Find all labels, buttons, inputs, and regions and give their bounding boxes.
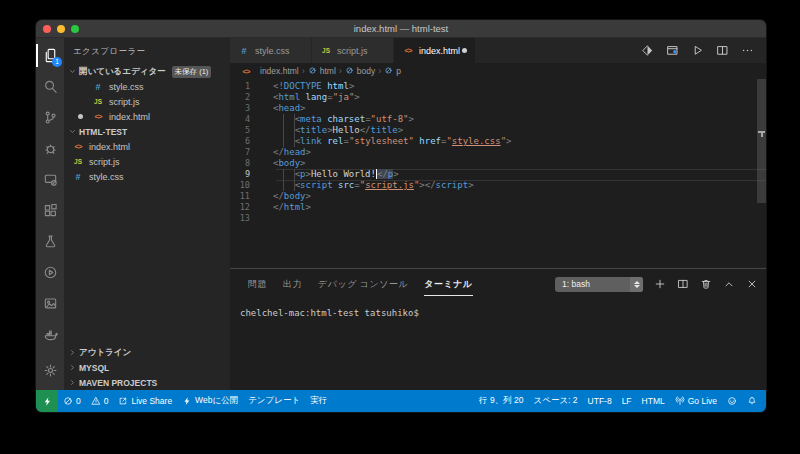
status-eol[interactable]: LF xyxy=(617,390,637,412)
activity-image-preview[interactable] xyxy=(36,288,64,319)
status-encoding[interactable]: UTF-8 xyxy=(583,390,617,412)
open-editor-script.js[interactable]: JSscript.js xyxy=(64,94,230,109)
code-line-9: 9 <p>Hello World!</p> xyxy=(230,169,766,180)
live-share-icon xyxy=(43,265,58,280)
activity-explorer[interactable]: 1 xyxy=(36,40,64,71)
crumb-body[interactable]: body xyxy=(345,66,375,77)
line-number: 7 xyxy=(230,147,250,158)
run-file-button[interactable] xyxy=(691,44,704,57)
section-アウトライン[interactable]: アウトライン xyxy=(64,345,230,360)
activity-run-debug[interactable] xyxy=(36,133,64,164)
file-style.css[interactable]: #style.css xyxy=(64,169,230,184)
js-file-icon: JS xyxy=(320,47,332,54)
tab-style.css[interactable]: #style.css xyxy=(230,38,312,63)
open-in-browser-button[interactable] xyxy=(666,44,679,57)
remote-indicator[interactable] xyxy=(36,390,58,412)
line-number: 1 xyxy=(230,81,250,92)
status-cursor-position[interactable]: 行 9、列 20 xyxy=(474,390,528,412)
editor-column: #style.cssJSscript.js<>index.html <>inde… xyxy=(230,38,766,390)
crumb-html[interactable]: html xyxy=(308,66,336,77)
code-editor[interactable]: 1<!DOCTYPE html>2<html lang="ja">3<head>… xyxy=(230,79,766,268)
file-tree: <>index.htmlJSscript.js#style.css xyxy=(64,139,230,184)
status-problems-errors[interactable]: 0 xyxy=(58,390,86,412)
activity-live-share[interactable] xyxy=(36,257,64,288)
tab-index.html[interactable]: <>index.html xyxy=(394,38,476,63)
status-feedback[interactable] xyxy=(722,390,742,412)
close-panel-button[interactable] xyxy=(746,278,758,290)
open-editor-style.css[interactable]: #style.css xyxy=(64,79,230,94)
folder-header[interactable]: HTML-TEST xyxy=(64,124,230,139)
remote-icon xyxy=(43,172,58,187)
tab-bar: #style.cssJSscript.js<>index.html xyxy=(230,38,766,63)
tab-script.js[interactable]: JSscript.js xyxy=(312,38,394,63)
minimize-window-button[interactable] xyxy=(57,25,65,33)
terminal[interactable]: chelchel-mac:html-test tatsuhiko$ xyxy=(230,299,766,390)
maximize-panel-button[interactable] xyxy=(723,278,735,290)
kill-terminal-button[interactable] xyxy=(700,278,712,290)
section-MYSQL[interactable]: MYSQL xyxy=(64,360,230,375)
code-line-8: 8<body> xyxy=(230,158,766,169)
zoom-window-button[interactable] xyxy=(71,25,79,33)
line-number: 13 xyxy=(230,213,250,224)
status-label: 0 xyxy=(76,396,81,406)
symbol-icon xyxy=(308,66,317,77)
split-terminal-button[interactable] xyxy=(677,278,689,290)
crumb-index.html[interactable]: <>index.html xyxy=(240,66,299,76)
trash-icon xyxy=(700,278,712,290)
status-publish-web[interactable]: Webに公開 xyxy=(177,390,243,412)
code-line-1: 1<!DOCTYPE html> xyxy=(230,81,766,92)
open-editor-index.html[interactable]: <>index.html xyxy=(64,109,230,124)
title-bar[interactable]: index.html — html-test xyxy=(36,20,766,38)
panel-tab-問題[interactable]: 問題 xyxy=(248,269,267,299)
vscode-window: index.html — html-test 1 エクスプローラー 開いているエ… xyxy=(36,20,766,412)
editor-scrollbar[interactable] xyxy=(757,79,766,203)
line-content: <title>Hello</title> xyxy=(273,125,403,136)
split-editor-button[interactable] xyxy=(716,44,729,57)
panel-tab-ターミナル[interactable]: ターミナル xyxy=(424,269,472,299)
file-index.html[interactable]: <>index.html xyxy=(64,139,230,154)
crumb-p[interactable]: p xyxy=(384,66,401,77)
status-live-share[interactable]: Live Share xyxy=(113,390,177,412)
more-actions-button[interactable] xyxy=(741,44,754,57)
bolt-icon xyxy=(182,396,192,406)
activity-extensions[interactable] xyxy=(36,195,64,226)
file-script.js[interactable]: JSscript.js xyxy=(64,154,230,169)
search-icon xyxy=(43,79,58,94)
activity-docker[interactable] xyxy=(36,319,64,350)
explorer-badge: 1 xyxy=(52,57,62,67)
activity-remote-explorer[interactable] xyxy=(36,164,64,195)
new-terminal-button[interactable] xyxy=(654,278,666,290)
workbench: 1 エクスプローラー 開いているエディター 未保存 (1) #style.css… xyxy=(36,38,766,390)
select-arrows-icon xyxy=(630,277,643,292)
status-go-live[interactable]: Go Live xyxy=(670,390,722,412)
status-run[interactable]: 実行 xyxy=(305,390,332,412)
status-indentation[interactable]: スペース: 2 xyxy=(528,390,582,412)
crumb-label: p xyxy=(396,66,401,76)
open-preview-button[interactable] xyxy=(641,44,654,57)
status-notifications[interactable] xyxy=(742,390,762,412)
status-label: Go Live xyxy=(688,396,717,406)
status-language-mode[interactable]: HTML xyxy=(637,390,670,412)
status-problems-warnings[interactable]: 0 xyxy=(86,390,114,412)
line-number: 11 xyxy=(230,191,250,202)
activity-source-control[interactable] xyxy=(36,102,64,133)
source-control-icon xyxy=(43,110,58,125)
code-line-3: 3<head> xyxy=(230,103,766,114)
terminal-select-value: 1: bash xyxy=(562,279,590,289)
section-MAVEN PROJECTS[interactable]: MAVEN PROJECTS xyxy=(64,375,230,390)
html-file-icon: <> xyxy=(72,142,84,151)
code-line-2: 2<html lang="ja"> xyxy=(230,92,766,103)
broadcast-icon xyxy=(675,396,685,406)
plus-icon xyxy=(654,278,666,290)
activity-search[interactable] xyxy=(36,71,64,102)
activity-testing[interactable] xyxy=(36,226,64,257)
status-template[interactable]: テンプレート xyxy=(243,390,305,412)
open-editors-header[interactable]: 開いているエディター 未保存 (1) xyxy=(64,64,230,79)
activity-manage[interactable] xyxy=(36,355,64,386)
close-window-button[interactable] xyxy=(43,25,51,33)
terminal-select[interactable]: 1: bash xyxy=(555,277,643,292)
status-label: Live Share xyxy=(131,396,172,406)
panel-tab-出力[interactable]: 出力 xyxy=(283,269,302,299)
panel-tab-デバッグ コンソール[interactable]: デバッグ コンソール xyxy=(318,269,408,299)
modified-dot xyxy=(462,48,467,53)
